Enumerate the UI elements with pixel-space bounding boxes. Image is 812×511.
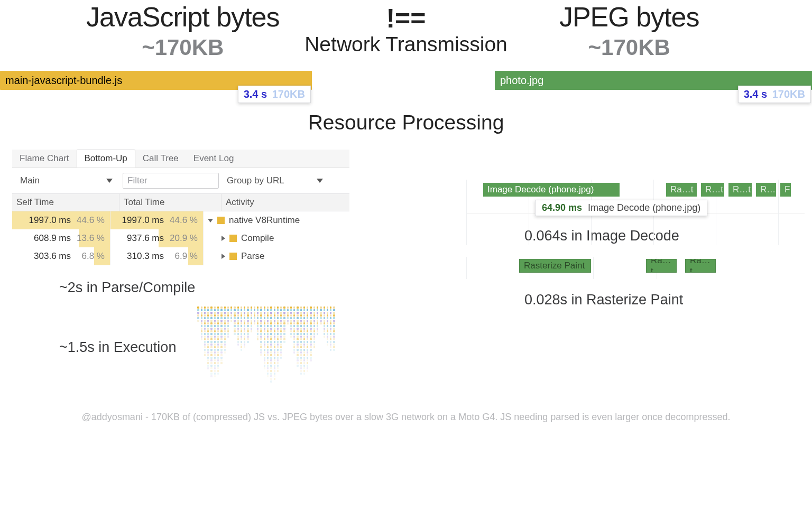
- activity-label: Compile: [241, 233, 274, 244]
- size-jpeg: ~170KB: [467, 35, 791, 60]
- footer-credit: @addyosmani - 170KB of (compressed) JS v…: [0, 412, 812, 428]
- tab-bottom-up[interactable]: Bottom-Up: [77, 150, 135, 168]
- decode-tooltip-ms: 64.90 ms: [542, 202, 582, 213]
- activity-label: Parse: [241, 251, 264, 262]
- flame-wrap: ~1.5s in Execution: [12, 306, 350, 388]
- title-js-side: JavaScript bytes ~170KB: [21, 0, 345, 60]
- network-js: main-javascript-bundle.js 3.4 s 170KB: [0, 71, 312, 90]
- activity-marker-icon: [217, 217, 225, 224]
- filter-input[interactable]: Filter: [123, 173, 219, 189]
- title-js: JavaScript bytes: [21, 1, 345, 33]
- col-self: Self Time: [12, 194, 119, 211]
- tab-call-tree[interactable]: Call Tree: [135, 150, 186, 167]
- table-body: 1997.0 ms44.6 %1997.0 ms44.6 %native V8R…: [12, 211, 349, 265]
- raster-block-0: Rasterize Paint: [519, 259, 591, 273]
- caption-raster: 0.028s in Rasterize Paint: [524, 292, 805, 308]
- activity-marker-icon: [229, 235, 237, 242]
- decode-block-small-3: R…: [756, 183, 776, 197]
- tab-flame-chart[interactable]: Flame Chart: [12, 150, 77, 167]
- decode-tooltip-lbl: Image Decode (phone.jpg): [588, 202, 700, 213]
- tooltip-jpeg-size: 170KB: [772, 88, 805, 100]
- raster-timeline: Rasterize Paint Ra…t Ra…t: [466, 257, 805, 276]
- decode-block-small-4: F: [780, 183, 791, 197]
- decode-tooltip: 64.90 ms Image Decode (phone.jpg): [535, 200, 707, 216]
- devtools-tabs: Flame ChartBottom-UpCall TreeEvent Log: [12, 150, 349, 168]
- expand-icon[interactable]: [222, 236, 225, 241]
- title-mid: !==: [345, 0, 468, 34]
- table-row[interactable]: 1997.0 ms44.6 %1997.0 ms44.6 %native V8R…: [12, 211, 349, 229]
- chevron-down-icon: [106, 179, 113, 183]
- table-head: Self Time Total Time Activity: [12, 193, 349, 211]
- title-jpeg-side: JPEG bytes ~170KB: [467, 0, 791, 60]
- network-row: main-javascript-bundle.js 3.4 s 170KB ph…: [0, 71, 812, 90]
- network-jpeg: photo.jpg 3.4 s 170KB: [495, 71, 812, 90]
- decode-block-main: Image Decode (phone.jpg): [483, 183, 620, 197]
- group-select-label: Group by URL: [227, 175, 284, 186]
- tooltip-js: 3.4 s 170KB: [238, 86, 311, 103]
- thread-select-label: Main: [20, 175, 40, 186]
- not-equal: !==: [386, 3, 426, 34]
- decode-block-small-2: R…t: [728, 183, 752, 197]
- decode-timeline: Image Decode (phone.jpg) Ra…t R…t R…t R……: [466, 180, 805, 214]
- expand-icon[interactable]: [222, 254, 225, 259]
- table-row[interactable]: 303.6 ms6.8 %310.3 ms6.9 %Parse: [12, 247, 349, 265]
- table-row[interactable]: 608.9 ms13.6 %937.6 ms20.9 %Compile: [12, 229, 349, 247]
- flame-chart-thumbnail: [197, 306, 335, 388]
- activity-marker-icon: [229, 253, 237, 260]
- collapse-icon[interactable]: [208, 219, 213, 222]
- decode-block-small-0: Ra…t: [666, 183, 697, 197]
- thread-select[interactable]: Main: [15, 173, 117, 189]
- group-select[interactable]: Group by URL: [224, 173, 326, 189]
- raster-block-2: Ra…t: [685, 259, 716, 273]
- tooltip-jpeg: 3.4 s 170KB: [738, 86, 811, 103]
- col-activity: Activity: [222, 194, 349, 211]
- caption-decode: 0.064s in Image Decode: [524, 228, 805, 244]
- decode-block-small-1: R…t: [701, 183, 724, 197]
- tooltip-jpeg-time: 3.4 s: [744, 88, 767, 100]
- caption-exec: ~1.5s in Execution: [59, 339, 176, 356]
- title-jpeg: JPEG bytes: [467, 1, 791, 33]
- tooltip-js-time: 3.4 s: [244, 88, 267, 100]
- col-total: Total Time: [119, 194, 222, 211]
- tooltip-js-size: 170KB: [272, 88, 305, 100]
- activity-label: native V8Runtime: [229, 215, 300, 226]
- devtools-toolbar: Main Filter Group by URL: [12, 168, 349, 193]
- chevron-down-icon: [317, 179, 323, 183]
- tab-event-log[interactable]: Event Log: [186, 150, 242, 167]
- heading-resource: Resource Processing: [0, 111, 812, 134]
- resource-row: Flame ChartBottom-UpCall TreeEvent Log M…: [0, 149, 812, 388]
- raster-block-1: Ra…t: [646, 259, 677, 273]
- devtools-panel: Flame ChartBottom-UpCall TreeEvent Log M…: [12, 149, 350, 388]
- caption-parse: ~2s in Parse/Compile: [59, 280, 350, 296]
- size-js: ~170KB: [21, 35, 345, 60]
- image-panel: Image Decode (phone.jpg) Ra…t R…t R…t R……: [466, 149, 805, 308]
